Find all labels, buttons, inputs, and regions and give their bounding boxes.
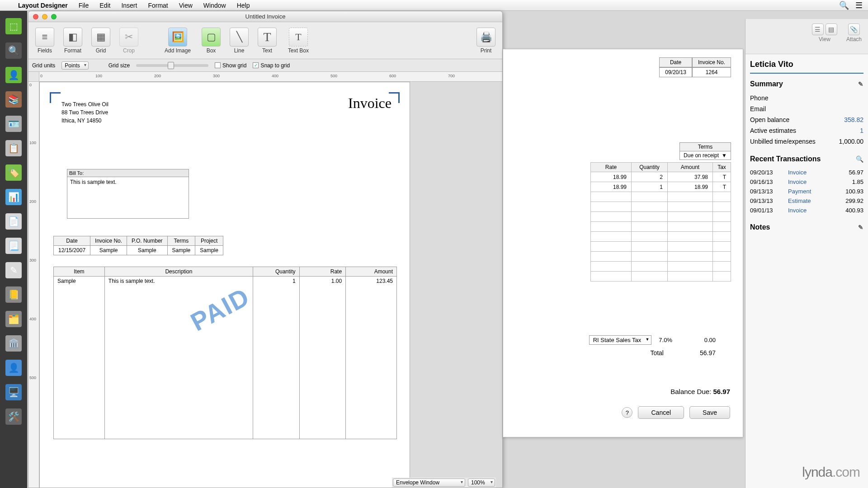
edit-notes-icon[interactable]: ✎	[858, 224, 863, 231]
tax-item-select[interactable]: RI State Sales Tax	[589, 335, 652, 345]
grid-button[interactable]: ▦Grid	[88, 28, 113, 54]
view-list-icon[interactable]: ☰	[812, 23, 824, 35]
balance-value: 56.97	[713, 388, 730, 395]
company-address[interactable]: Two Trees Olive Oil 88 Two Trees Drive I…	[61, 100, 108, 125]
template-select[interactable]: Envelope Window	[393, 479, 465, 487]
layout-designer-window: Untitled Invoice ≡Fields ◧Format ▦Grid ✂…	[28, 11, 503, 488]
left-dock: ⬚ 🔍 👤 📚 🪪 📋 🏷️ 📊 📄 📃 ✎ 📒 🗂️ 🏛️ 👤 🖥️ 🛠️	[0, 11, 27, 488]
tx-row[interactable]: 09/13/13Estimate299.92	[750, 196, 863, 206]
bill-to-box[interactable]: Bill To: This is sample text.	[67, 169, 189, 219]
terms-box: Terms Due on receipt▼	[679, 142, 731, 160]
dock-tools-icon[interactable]: 🛠️	[5, 408, 22, 425]
window-titlebar[interactable]: Untitled Invoice	[28, 11, 502, 22]
menu-window[interactable]: Window	[198, 2, 231, 9]
menu-view[interactable]: View	[174, 2, 198, 9]
total-value: 56.97	[700, 349, 716, 357]
dock-home-icon[interactable]: ⬚	[5, 18, 22, 34]
terms-select[interactable]: Due on receipt▼	[679, 151, 731, 160]
format-button[interactable]: ◧Format	[60, 28, 85, 54]
menu-help[interactable]: Help	[231, 2, 255, 9]
bill-to-label: Bill To:	[67, 169, 189, 177]
edit-summary-icon[interactable]: ✎	[858, 80, 863, 88]
tx-row[interactable]: 09/20/13Invoice56.97	[750, 168, 863, 177]
menu-extras-icon[interactable]: ☰	[855, 0, 863, 10]
dock-search-icon[interactable]: 🔍	[5, 42, 22, 59]
customer-sidebar: ☰ ▤ View 📎 Attach Leticia Vito Summary✎ …	[745, 19, 868, 488]
open-balance-value: 358.82	[844, 116, 863, 123]
active-estimates-label: Active estimates	[750, 127, 796, 134]
meta-table[interactable]: DateInvoice No.P.O. NumberTermsProject 1…	[53, 236, 223, 255]
tx-row[interactable]: 09/13/13Payment100.93	[750, 187, 863, 196]
ruler-corner	[28, 72, 39, 82]
tax-rate: 7.0%	[659, 337, 672, 343]
grid-size-label: Grid size	[108, 62, 130, 69]
toolbar: ≡Fields ◧Format ▦Grid ✂Crop 🖼️Add Image …	[28, 22, 502, 59]
invoice-title[interactable]: Invoice	[348, 95, 392, 112]
view-grid-icon[interactable]: ▤	[826, 23, 837, 35]
dock-doc2-icon[interactable]: 📃	[5, 238, 22, 254]
menu-insert[interactable]: Insert	[116, 2, 142, 9]
terms-label: Terms	[679, 142, 731, 151]
tx-row[interactable]: 09/01/13Invoice400.93	[750, 206, 863, 215]
dock-stack-icon[interactable]: 🗂️	[5, 311, 22, 327]
dock-edit-icon[interactable]: ✎	[5, 262, 22, 278]
recent-transactions-heading: Recent Transactions	[750, 155, 821, 163]
menubar: Layout Designer File Edit Insert Format …	[0, 0, 868, 11]
invoice-page[interactable]: Invoice Two Trees Olive Oil 88 Two Trees…	[39, 82, 410, 488]
save-button[interactable]: Save	[689, 406, 730, 419]
show-grid-checkbox[interactable]: Show grid	[215, 62, 246, 69]
dock-card-icon[interactable]: 🪪	[5, 116, 22, 132]
unbilled-value: 1,000.00	[839, 138, 864, 145]
tax-amount: 0.00	[679, 337, 716, 343]
attach-button[interactable]: 📎 Attach	[846, 23, 862, 42]
unbilled-label: Unbilled time/expenses	[750, 138, 816, 145]
grid-size-slider[interactable]	[136, 64, 208, 67]
text-button[interactable]: TText	[255, 28, 280, 54]
dock-tag-icon[interactable]: 🏷️	[5, 164, 22, 181]
dock-bank-icon[interactable]: 🏛️	[5, 335, 22, 352]
dock-monitor-icon[interactable]: 🖥️	[5, 384, 22, 400]
search-transactions-icon[interactable]: 🔍	[856, 155, 863, 163]
help-button[interactable]: ?	[622, 407, 632, 418]
cancel-button[interactable]: Cancel	[638, 406, 684, 419]
text-box-button[interactable]: TText Box	[283, 28, 314, 54]
balance-label: Balance Due:	[670, 388, 711, 395]
dock-user2-icon[interactable]: 👤	[5, 360, 22, 376]
bg-line-table[interactable]: Rate Quantity Amount Tax 18.99237.98T 18…	[590, 162, 731, 282]
spotlight-icon[interactable]: 🔍	[839, 0, 849, 10]
dock-clipboard-icon[interactable]: 📋	[5, 140, 22, 156]
menu-format[interactable]: Format	[142, 2, 173, 9]
phone-label: Phone	[750, 94, 768, 102]
dock-chart-icon[interactable]: 📊	[5, 189, 22, 205]
menu-file[interactable]: File	[73, 2, 94, 9]
dock-person-icon[interactable]: 👤	[5, 67, 22, 83]
view-toggle[interactable]: ☰ ▤ View	[812, 23, 837, 42]
customer-name: Leticia Vito	[750, 60, 863, 74]
menu-edit[interactable]: Edit	[94, 2, 116, 9]
grid-units-select[interactable]: Points	[61, 61, 88, 70]
slider-thumb[interactable]	[168, 62, 174, 69]
invno-value[interactable]: 1264	[692, 67, 731, 77]
dock-books-icon[interactable]: 📚	[5, 91, 22, 108]
menu-app[interactable]: Layout Designer	[13, 2, 73, 9]
line-button[interactable]: ╲Line	[226, 28, 252, 54]
print-button[interactable]: 🖨️Print	[473, 28, 499, 54]
crop-button[interactable]: ✂Crop	[116, 28, 142, 54]
fields-button[interactable]: ≡Fields	[32, 28, 57, 54]
bill-to-body: This is sample text.	[67, 177, 189, 187]
ruler-vertical: 0100200300400500	[28, 82, 39, 488]
date-value[interactable]: 09/20/13	[659, 67, 692, 77]
tx-row[interactable]: 09/16/13Invoice1.85	[750, 177, 863, 187]
add-image-button[interactable]: 🖼️Add Image	[160, 28, 196, 54]
date-label: Date	[659, 57, 692, 67]
canvas[interactable]: Invoice Two Trees Olive Oil 88 Two Trees…	[39, 82, 502, 488]
summary-heading: Summary	[750, 80, 783, 88]
box-button[interactable]: ▢Box	[198, 28, 224, 54]
dock-ledger-icon[interactable]: 📒	[5, 286, 22, 303]
date-invno-box: Date 09/20/13 Invoice No. 1264	[659, 57, 731, 77]
paperclip-icon: 📎	[848, 23, 860, 35]
snap-to-grid-checkbox[interactable]: ✓Snap to grid	[253, 62, 290, 69]
dock-page-icon[interactable]: 📄	[5, 213, 22, 230]
zoom-select[interactable]: 100%	[468, 479, 495, 487]
invno-label: Invoice No.	[692, 57, 731, 67]
